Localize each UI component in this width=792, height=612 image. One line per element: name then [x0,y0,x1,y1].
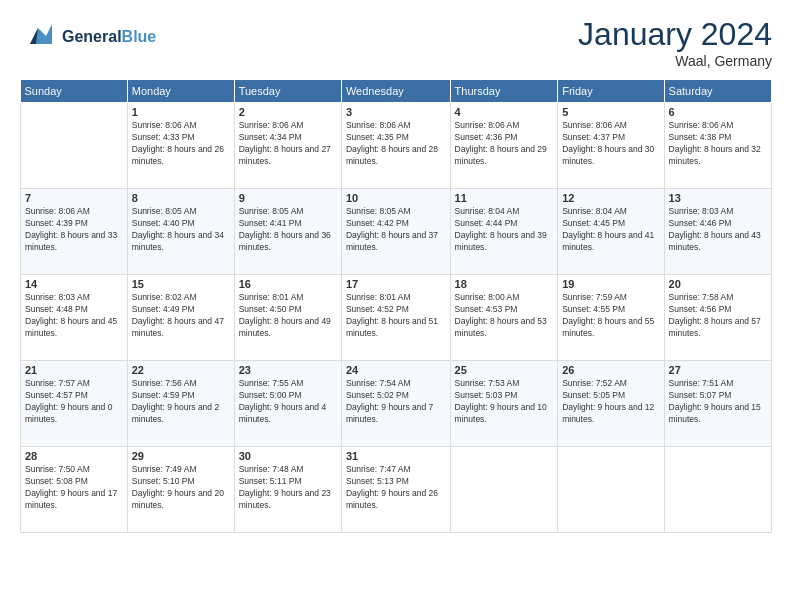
daylight: Daylight: 8 hours and 29 minutes. [455,144,547,166]
daylight: Daylight: 8 hours and 49 minutes. [239,316,331,338]
sunrise: Sunrise: 8:04 AM [455,206,520,216]
day-info: Sunrise: 7:48 AM Sunset: 5:11 PM Dayligh… [239,464,337,512]
sunset: Sunset: 4:52 PM [346,304,409,314]
day-number: 1 [132,106,230,118]
daylight: Daylight: 8 hours and 51 minutes. [346,316,438,338]
day-number: 27 [669,364,767,376]
sunrise: Sunrise: 8:06 AM [346,120,411,130]
day-number: 6 [669,106,767,118]
day-number: 24 [346,364,446,376]
logo-icon [20,16,58,58]
week-row-4: 21 Sunrise: 7:57 AM Sunset: 4:57 PM Dayl… [21,361,772,447]
sunset: Sunset: 4:56 PM [669,304,732,314]
calendar-cell: 13 Sunrise: 8:03 AM Sunset: 4:46 PM Dayl… [664,189,771,275]
daylight: Daylight: 9 hours and 15 minutes. [669,402,761,424]
calendar-cell: 2 Sunrise: 8:06 AM Sunset: 4:34 PM Dayli… [234,103,341,189]
sunrise: Sunrise: 7:53 AM [455,378,520,388]
sunrise: Sunrise: 8:06 AM [669,120,734,130]
sunset: Sunset: 4:42 PM [346,218,409,228]
calendar-cell: 3 Sunrise: 8:06 AM Sunset: 4:35 PM Dayli… [341,103,450,189]
day-number: 17 [346,278,446,290]
day-info: Sunrise: 7:51 AM Sunset: 5:07 PM Dayligh… [669,378,767,426]
calendar-cell: 1 Sunrise: 8:06 AM Sunset: 4:33 PM Dayli… [127,103,234,189]
col-monday: Monday [127,80,234,103]
calendar-cell [21,103,128,189]
daylight: Daylight: 8 hours and 43 minutes. [669,230,761,252]
daylight: Daylight: 9 hours and 4 minutes. [239,402,326,424]
calendar-cell: 22 Sunrise: 7:56 AM Sunset: 4:59 PM Dayl… [127,361,234,447]
calendar-cell: 30 Sunrise: 7:48 AM Sunset: 5:11 PM Dayl… [234,447,341,533]
day-number: 29 [132,450,230,462]
header: GeneralBlue January 2024 Waal, Germany [20,16,772,69]
day-info: Sunrise: 7:49 AM Sunset: 5:10 PM Dayligh… [132,464,230,512]
col-friday: Friday [558,80,664,103]
day-info: Sunrise: 8:06 AM Sunset: 4:37 PM Dayligh… [562,120,659,168]
daylight: Daylight: 9 hours and 23 minutes. [239,488,331,510]
sunrise: Sunrise: 8:03 AM [669,206,734,216]
day-number: 4 [455,106,554,118]
day-number: 22 [132,364,230,376]
day-number: 25 [455,364,554,376]
sunrise: Sunrise: 7:51 AM [669,378,734,388]
sunrise: Sunrise: 8:06 AM [239,120,304,130]
sunset: Sunset: 5:11 PM [239,476,302,486]
calendar-cell: 20 Sunrise: 7:58 AM Sunset: 4:56 PM Dayl… [664,275,771,361]
page: GeneralBlue January 2024 Waal, Germany S… [0,0,792,612]
calendar-cell: 15 Sunrise: 8:02 AM Sunset: 4:49 PM Dayl… [127,275,234,361]
location: Waal, Germany [578,53,772,69]
calendar-cell: 16 Sunrise: 8:01 AM Sunset: 4:50 PM Dayl… [234,275,341,361]
calendar-cell [664,447,771,533]
day-info: Sunrise: 8:00 AM Sunset: 4:53 PM Dayligh… [455,292,554,340]
sunrise: Sunrise: 7:54 AM [346,378,411,388]
day-number: 14 [25,278,123,290]
day-number: 15 [132,278,230,290]
sunrise: Sunrise: 8:05 AM [239,206,304,216]
sunset: Sunset: 4:41 PM [239,218,302,228]
sunset: Sunset: 5:00 PM [239,390,302,400]
sunrise: Sunrise: 7:57 AM [25,378,90,388]
day-number: 12 [562,192,659,204]
day-number: 5 [562,106,659,118]
day-info: Sunrise: 7:53 AM Sunset: 5:03 PM Dayligh… [455,378,554,426]
daylight: Daylight: 9 hours and 26 minutes. [346,488,438,510]
daylight: Daylight: 9 hours and 12 minutes. [562,402,654,424]
logo-text: GeneralBlue [62,28,156,46]
sunrise: Sunrise: 8:06 AM [132,120,197,130]
day-number: 7 [25,192,123,204]
sunset: Sunset: 4:45 PM [562,218,625,228]
calendar-cell [558,447,664,533]
day-info: Sunrise: 8:06 AM Sunset: 4:36 PM Dayligh… [455,120,554,168]
daylight: Daylight: 8 hours and 30 minutes. [562,144,654,166]
day-info: Sunrise: 8:06 AM Sunset: 4:38 PM Dayligh… [669,120,767,168]
daylight: Daylight: 8 hours and 37 minutes. [346,230,438,252]
day-number: 10 [346,192,446,204]
sunset: Sunset: 4:35 PM [346,132,409,142]
calendar-cell: 17 Sunrise: 8:01 AM Sunset: 4:52 PM Dayl… [341,275,450,361]
day-info: Sunrise: 7:59 AM Sunset: 4:55 PM Dayligh… [562,292,659,340]
sunset: Sunset: 5:05 PM [562,390,625,400]
day-number: 31 [346,450,446,462]
calendar-cell: 11 Sunrise: 8:04 AM Sunset: 4:44 PM Dayl… [450,189,558,275]
sunset: Sunset: 4:33 PM [132,132,195,142]
daylight: Daylight: 8 hours and 39 minutes. [455,230,547,252]
sunrise: Sunrise: 8:06 AM [455,120,520,130]
sunrise: Sunrise: 8:06 AM [562,120,627,130]
calendar-cell: 8 Sunrise: 8:05 AM Sunset: 4:40 PM Dayli… [127,189,234,275]
day-number: 11 [455,192,554,204]
sunrise: Sunrise: 7:58 AM [669,292,734,302]
calendar-cell: 9 Sunrise: 8:05 AM Sunset: 4:41 PM Dayli… [234,189,341,275]
day-info: Sunrise: 8:01 AM Sunset: 4:52 PM Dayligh… [346,292,446,340]
sunrise: Sunrise: 8:03 AM [25,292,90,302]
sunset: Sunset: 4:53 PM [455,304,518,314]
calendar-header-row: Sunday Monday Tuesday Wednesday Thursday… [21,80,772,103]
sunrise: Sunrise: 8:01 AM [239,292,304,302]
daylight: Daylight: 9 hours and 20 minutes. [132,488,224,510]
calendar-cell: 6 Sunrise: 8:06 AM Sunset: 4:38 PM Dayli… [664,103,771,189]
month-title: January 2024 [578,16,772,53]
day-info: Sunrise: 8:06 AM Sunset: 4:34 PM Dayligh… [239,120,337,168]
day-number: 2 [239,106,337,118]
calendar-cell [450,447,558,533]
calendar-cell: 29 Sunrise: 7:49 AM Sunset: 5:10 PM Dayl… [127,447,234,533]
col-wednesday: Wednesday [341,80,450,103]
daylight: Daylight: 9 hours and 10 minutes. [455,402,547,424]
